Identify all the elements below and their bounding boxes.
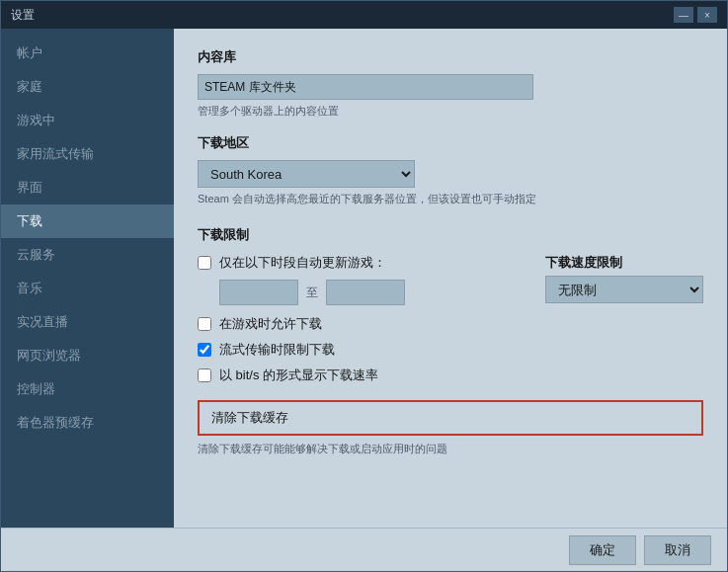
region-dropdown-container: South Korea: [198, 160, 703, 188]
bitrate-checkbox[interactable]: [198, 368, 211, 382]
minimize-button[interactable]: —: [674, 7, 693, 23]
speed-limit-label: 下载速度限制: [545, 254, 622, 272]
cancel-button[interactable]: 取消: [644, 535, 711, 565]
auto-update-row: 仅在以下时段自动更新游戏：: [198, 254, 545, 272]
left-limits: 仅在以下时段自动更新游戏： 至: [198, 254, 545, 315]
library-folder-field[interactable]: [198, 74, 533, 100]
download-limit-section: 下载限制 仅在以下时段自动更新游戏： 至: [198, 226, 703, 384]
streaming-limit-label: 流式传输时限制下载: [219, 341, 335, 359]
cache-section: 清除下载缓存 清除下载缓存可能能够解决下载或启动应用时的问题: [198, 400, 703, 456]
footer: 确定 取消: [1, 528, 727, 571]
sidebar-item-download[interactable]: 下载: [1, 204, 174, 238]
auto-update-checkbox[interactable]: [198, 256, 211, 270]
time-to-field[interactable]: [326, 280, 405, 305]
sidebar-item-music[interactable]: 音乐: [1, 272, 174, 305]
sidebar-item-streaming[interactable]: 家用流式传输: [1, 137, 174, 171]
sidebar-item-cloud[interactable]: 云服务: [1, 238, 174, 272]
download-region-title: 下载地区: [198, 134, 703, 152]
main-panel: 内容库 管理多个驱动器上的内容位置 下载地区 South Korea Steam…: [174, 29, 727, 528]
download-limit-title: 下载限制: [198, 226, 703, 244]
download-region-hint: Steam 会自动选择高您最近的下载服务器位置，但该设置也可手动指定: [198, 192, 703, 206]
bitrate-label: 以 bit/s 的形式显示下载速率: [219, 367, 378, 384]
download-region-section: 下载地区 South Korea Steam 会自动选择高您最近的下载服务器位置…: [198, 134, 703, 206]
cache-hint: 清除下载缓存可能能够解决下载或启动应用时的问题: [198, 442, 703, 456]
limit-row-wrapper: 仅在以下时段自动更新游戏： 至 下载速度限制 无限制: [198, 254, 703, 315]
time-row: 至: [219, 280, 545, 305]
sidebar-item-interface[interactable]: 界面: [1, 171, 174, 204]
sidebar-item-account[interactable]: 帐户: [1, 37, 174, 70]
content-library-section: 内容库 管理多个驱动器上的内容位置: [198, 48, 703, 119]
allow-ingame-checkbox[interactable]: [198, 317, 211, 331]
auto-update-label: 仅在以下时段自动更新游戏：: [219, 254, 386, 272]
settings-window: 设置 — × 帐户家庭游戏中家用流式传输界面下载云服务音乐实况直播网页浏览器控制…: [0, 0, 728, 572]
time-from-field[interactable]: [219, 280, 298, 305]
sidebar-item-family[interactable]: 家庭: [1, 70, 174, 104]
content-library-title: 内容库: [198, 48, 703, 66]
sidebar-item-controller[interactable]: 控制器: [1, 372, 174, 406]
streaming-limit-checkbox[interactable]: [198, 343, 211, 357]
streaming-limit-row: 流式传输时限制下载: [198, 341, 703, 359]
window-title: 设置: [11, 7, 35, 24]
right-speed: 下载速度限制 无限制: [545, 254, 703, 303]
sidebar-item-browser[interactable]: 网页浏览器: [1, 339, 174, 372]
allow-ingame-row: 在游戏时允许下载: [198, 315, 703, 333]
allow-ingame-label: 在游戏时允许下载: [219, 315, 322, 333]
bitrate-row: 以 bit/s 的形式显示下载速率: [198, 367, 703, 384]
sidebar-item-broadcast[interactable]: 实况直播: [1, 305, 174, 339]
title-bar: 设置 — ×: [1, 1, 727, 29]
sidebar-item-shader[interactable]: 着色器预缓存: [1, 406, 174, 440]
close-button[interactable]: ×: [697, 7, 717, 23]
confirm-button[interactable]: 确定: [569, 535, 636, 565]
content-library-hint: 管理多个驱动器上的内容位置: [198, 104, 703, 119]
speed-select[interactable]: 无限制: [545, 276, 703, 303]
region-select[interactable]: South Korea: [198, 160, 415, 188]
sidebar: 帐户家庭游戏中家用流式传输界面下载云服务音乐实况直播网页浏览器控制器着色器预缓存: [1, 29, 174, 528]
to-label: 至: [306, 285, 318, 301]
speed-dropdown-container: 无限制: [545, 276, 703, 303]
content-area: 帐户家庭游戏中家用流式传输界面下载云服务音乐实况直播网页浏览器控制器着色器预缓存…: [1, 29, 727, 528]
sidebar-item-ingame[interactable]: 游戏中: [1, 104, 174, 137]
clear-cache-button[interactable]: 清除下载缓存: [198, 400, 703, 436]
window-controls: — ×: [674, 7, 717, 23]
